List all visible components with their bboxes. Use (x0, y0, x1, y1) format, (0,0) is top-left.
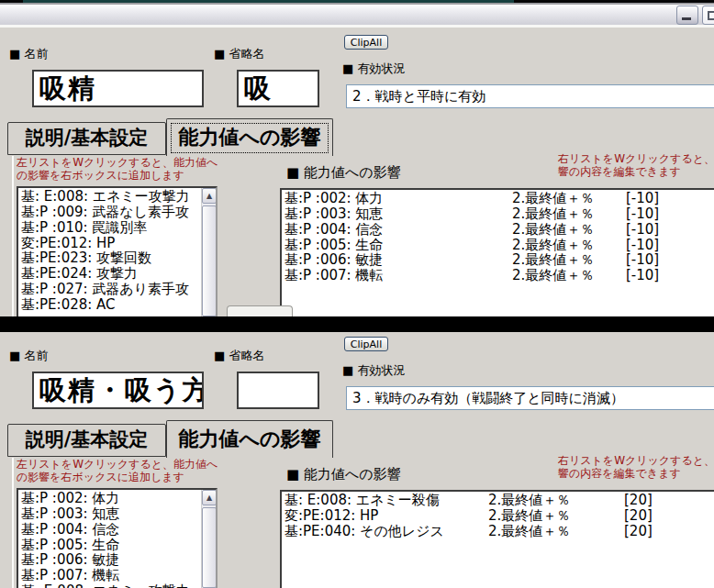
left-list-hint: 左リストをWクリックすると、能力値への影響を右ボックスに追加します (17, 459, 218, 483)
list-item[interactable]: 基:PE:028: AC (21, 297, 201, 313)
name-input[interactable] (32, 70, 204, 107)
clipall-button[interactable]: ClipAll (344, 35, 388, 50)
effect-target: 基: E:008: エネミー殺傷 (284, 493, 488, 508)
name-label: ■ 名前 (9, 348, 48, 364)
scroll-up-icon[interactable]: ▲ (202, 188, 217, 204)
title-bar-surface (0, 5, 714, 28)
panel-divider (0, 316, 714, 332)
effect-mode: 2.最終値＋％ (512, 238, 626, 253)
name-label: ■ 名前 (9, 46, 48, 62)
effect-target: 基:P :007: 機転 (284, 268, 512, 283)
ability-source-list[interactable]: ▲ 基:P :002: 体力基:P :003: 知恵基:P :004: 信念基:… (17, 488, 218, 588)
effect-value: [-10] (626, 252, 714, 268)
effect-row[interactable]: 基:PE:040: その他レジス2.最終値＋％[20] (284, 524, 714, 539)
effect-target: 基:P :003: 知恵 (284, 206, 512, 222)
tab-page-edge (12, 156, 14, 316)
list-item[interactable]: 基: E:008: エネミー攻撃力 (21, 583, 201, 588)
effect-mode: 2.最終値＋％ (512, 206, 626, 222)
effect-target: 基:P :006: 敏捷 (284, 252, 512, 268)
effect-target: 基:P :004: 信念 (284, 222, 512, 238)
effect-target: 基:P :002: 体力 (284, 191, 512, 206)
effect-value: [-10] (626, 238, 714, 253)
title-bar (0, 0, 714, 30)
effect-row[interactable]: 基:P :007: 機転2.最終値＋％[-10] (284, 268, 714, 283)
name-input[interactable] (32, 372, 204, 409)
abbr-name-input[interactable] (237, 372, 319, 409)
list-item[interactable]: 基: E:008: エネミー攻撃力 (21, 189, 201, 205)
effect-value: [-10] (626, 268, 714, 283)
effect-target: 基:PE:040: その他レジス (284, 524, 488, 539)
effect-mode: 2.最終値＋％ (512, 268, 626, 283)
list-item[interactable]: 基:P :004: 信念 (21, 522, 201, 538)
abbr-name-label: ■ 省略名 (214, 46, 264, 62)
scroll-thumb[interactable] (202, 205, 217, 316)
effect-value: [-10] (626, 206, 714, 222)
maximize-icon (708, 11, 714, 20)
tab-description-settings[interactable]: 説明/基本設定 (7, 122, 166, 155)
effects-header: ■ 能力値への影響 (286, 164, 401, 182)
tab-focus-rect (171, 123, 329, 153)
list-item[interactable]: 基:P :027: 武器あり素手攻 (21, 282, 201, 297)
status-select[interactable] (346, 84, 714, 108)
effect-value: [-10] (626, 191, 714, 206)
effect-value: [20] (624, 493, 714, 508)
status-label: ■ 有効状況 (342, 61, 405, 77)
effect-mode: 2.最終値＋％ (512, 252, 626, 268)
list-item[interactable]: 基:PE:023: 攻撃回数 (21, 250, 201, 266)
effect-value: [20] (624, 508, 714, 524)
clipall-button[interactable]: ClipAll (344, 337, 388, 351)
ability-source-list[interactable]: ▲ 基: E:008: エネミー攻撃力基:P :009: 武器なし素手攻基:P … (17, 186, 218, 316)
list-item[interactable]: 基:PE:024: 攻撃力 (21, 266, 201, 282)
effect-row[interactable]: 基: E:008: エネミー殺傷2.最終値＋％[20] (284, 493, 714, 508)
list-item[interactable]: 基:P :009: 武器なし素手攻 (21, 205, 201, 220)
effect-target: 基:P :005: 生命 (284, 238, 512, 253)
list-item[interactable]: 変:PE:012: HP (21, 236, 201, 251)
effect-row[interactable]: 基:P :002: 体力2.最終値＋％[-10] (284, 191, 714, 206)
scroll-up-icon[interactable]: ▲ (202, 490, 217, 505)
effect-mode: 2.最終値＋％ (512, 222, 626, 238)
effect-row[interactable]: 基:P :005: 生命2.最終値＋％[-10] (284, 238, 714, 253)
effect-row[interactable]: 基:P :003: 知恵2.最終値＋％[-10] (284, 206, 714, 222)
list-item[interactable]: 基:P :003: 知恵 (21, 506, 201, 522)
tab-ability-effects-label: 能力値への影響 (178, 427, 320, 450)
left-list-hint: 左リストをWクリックすると、能力値への影響を右ボックスに追加します (17, 157, 218, 182)
maximize-button[interactable] (702, 6, 714, 25)
effect-mode: 2.最終値＋％ (488, 524, 624, 539)
ability-effects-list[interactable]: 基: E:008: エネミー殺傷2.最終値＋％[20]変:PE:012: HP2… (280, 490, 714, 588)
abbr-name-label: ■ 省略名 (214, 348, 264, 364)
list-item[interactable]: 基:P :007: 機転 (21, 568, 201, 583)
scrollbar[interactable]: ▲ (201, 490, 216, 588)
list-item[interactable]: 基:P :002: 体力 (21, 491, 201, 506)
list-item[interactable]: 基:P :010: 罠識別率 (21, 220, 201, 236)
right-list-hint: 右リストをWクリックすると、影響の内容を編集できます (558, 153, 714, 178)
tab-page-edge (12, 458, 14, 588)
status-label: ■ 有効状況 (342, 362, 405, 379)
effect-value: [-10] (626, 222, 714, 238)
effect-row[interactable]: 基:P :006: 敏捷2.最終値＋％[-10] (284, 252, 714, 268)
abbr-name-input[interactable] (237, 70, 319, 107)
effects-header: ■ 能力値への影響 (286, 466, 401, 483)
minimize-icon (682, 17, 691, 20)
effect-row[interactable]: 基:P :004: 信念2.最終値＋％[-10] (284, 222, 714, 238)
effect-mode: 2.最終値＋％ (488, 508, 624, 524)
right-list-hint: 右リストをWクリックすると、影響の内容を編集できます (558, 455, 714, 480)
minimize-button[interactable] (676, 6, 698, 25)
list-item[interactable]: 基:P :006: 敏捷 (21, 552, 201, 568)
scroll-thumb[interactable] (202, 507, 217, 588)
status-select[interactable] (346, 386, 714, 410)
effect-mode: 2.最終値＋％ (488, 493, 624, 508)
tab-description-settings[interactable]: 説明/基本設定 (7, 424, 166, 457)
scrollbar[interactable]: ▲ (201, 188, 216, 316)
effect-mode: 2.最終値＋％ (512, 191, 626, 206)
list-item[interactable]: 基:P :005: 生命 (21, 538, 201, 553)
effect-target: 変:PE:012: HP (284, 508, 488, 524)
app-window: { "window": { "minimize_icon": "minimize… (0, 0, 714, 588)
tab-ability-effects[interactable]: 能力値への影響 (166, 420, 333, 458)
tab-ability-effects[interactable]: 能力値への影響 (166, 118, 333, 156)
effect-value: [20] (624, 524, 714, 539)
skill-panel-bottom: ClipAll ■ 名前 ■ 省略名 ■ 有効状況 説明/基本設定 能力値への影… (0, 332, 714, 588)
effect-row[interactable]: 変:PE:012: HP2.最終値＋％[20] (284, 508, 714, 524)
ability-effects-list[interactable]: 基:P :002: 体力2.最終値＋％[-10]基:P :003: 知恵2.最終… (280, 188, 714, 316)
partial-button[interactable] (227, 305, 293, 316)
skill-panel-top: ClipAll ■ 名前 ■ 省略名 ■ 有効状況 説明/基本設定 能力値への影… (0, 30, 714, 316)
